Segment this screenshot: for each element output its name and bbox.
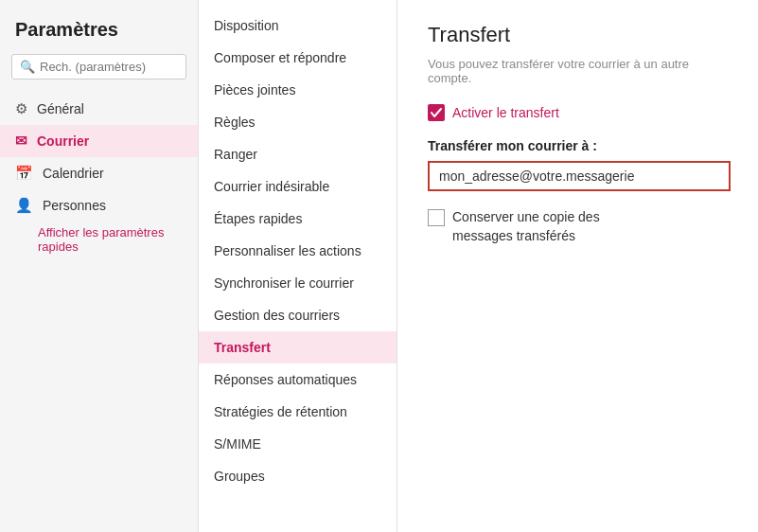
menu-item-ranger[interactable]: Ranger <box>199 138 397 170</box>
page-title: Transfert <box>428 23 728 47</box>
menu-item-disposition[interactable]: Disposition <box>199 9 397 42</box>
menu-item-gestion[interactable]: Gestion des courriers <box>199 299 397 331</box>
activate-transfer-label: Activer le transfert <box>452 105 559 120</box>
people-icon: 👤 <box>15 197 33 214</box>
mail-icon: ✉ <box>15 133 27 150</box>
menu-item-synchroniser[interactable]: Synchroniser le courrier <box>199 267 397 299</box>
activate-transfer-checkbox[interactable] <box>428 104 445 121</box>
sidebar-search-box[interactable]: 🔍 <box>11 54 186 80</box>
menu-item-regles[interactable]: Règles <box>199 106 397 138</box>
menu-item-transfert[interactable]: Transfert <box>199 331 397 364</box>
activate-transfer-row[interactable]: Activer le transfert <box>428 104 728 121</box>
sidebar-item-label-general: Général <box>37 101 84 116</box>
email-input[interactable] <box>439 168 719 184</box>
menu-item-pieces[interactable]: Pièces jointes <box>199 74 397 106</box>
menu-item-strategies[interactable]: Stratégies de rétention <box>199 396 397 428</box>
sidebar-nav: ⚙ Général ✉ Courrier 📅 Calendrier 👤 Pers… <box>0 93 198 257</box>
menu-item-courrier-ind[interactable]: Courrier indésirable <box>199 170 397 203</box>
email-input-container[interactable] <box>428 161 731 191</box>
menu-item-composer[interactable]: Composer et répondre <box>199 42 397 74</box>
calendar-icon: 📅 <box>15 165 33 182</box>
copy-messages-row[interactable]: Conserver une copie des messages transfé… <box>428 208 728 245</box>
menu-item-personnaliser[interactable]: Personnaliser les actions <box>199 235 397 267</box>
sidebar-item-calendrier[interactable]: 📅 Calendrier <box>0 157 198 189</box>
page-subtitle: Vous pouvez transférer votre courrier à … <box>428 57 728 85</box>
quick-settings-link[interactable]: Afficher les paramètres rapides <box>0 222 198 257</box>
checkmark-icon <box>431 107 442 118</box>
email-field-label: Transférer mon courrier à : <box>428 138 728 153</box>
sidebar-title: Paramètres <box>0 19 198 54</box>
search-icon: 🔍 <box>20 60 35 74</box>
main-content: Transfert Vous pouvez transférer votre c… <box>397 0 758 532</box>
sidebar-item-label-courrier: Courrier <box>37 133 89 149</box>
sidebar-item-personnes[interactable]: 👤 Personnes <box>0 189 198 222</box>
menu-item-etapes[interactable]: Étapes rapides <box>199 203 397 235</box>
menu-item-reponses[interactable]: Réponses automatiques <box>199 364 397 396</box>
menu-item-groupes[interactable]: Groupes <box>199 460 397 492</box>
middle-menu: Disposition Composer et répondre Pièces … <box>199 0 397 532</box>
copy-messages-checkbox[interactable] <box>428 209 445 226</box>
gear-icon: ⚙ <box>15 100 27 117</box>
search-input[interactable] <box>40 60 178 74</box>
sidebar: Paramètres 🔍 ⚙ Général ✉ Courrier 📅 Cale… <box>0 0 199 532</box>
menu-item-smime[interactable]: S/MIME <box>199 428 397 460</box>
copy-messages-label: Conserver une copie des messages transfé… <box>452 208 661 245</box>
sidebar-item-courrier[interactable]: ✉ Courrier <box>0 125 198 157</box>
sidebar-item-label-personnes: Personnes <box>43 198 106 213</box>
sidebar-item-general[interactable]: ⚙ Général <box>0 93 198 125</box>
sidebar-item-label-calendrier: Calendrier <box>43 166 104 181</box>
